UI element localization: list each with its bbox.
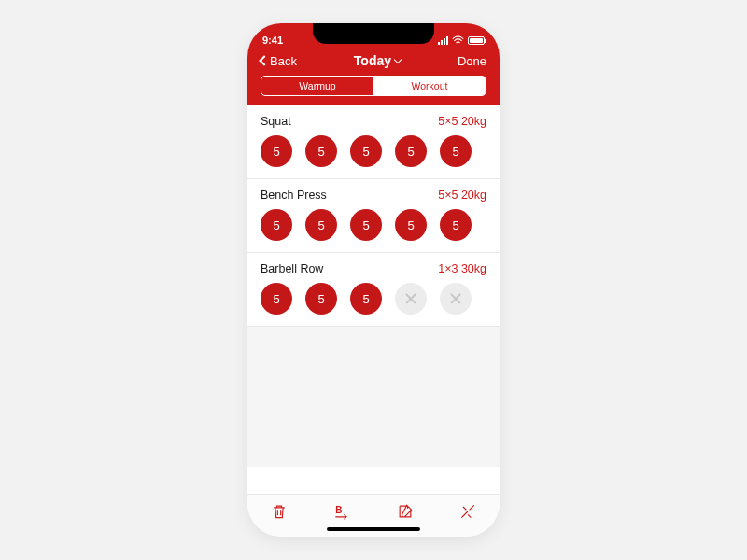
set-button[interactable]: 5: [350, 283, 382, 315]
segment-workout[interactable]: Workout: [374, 77, 486, 95]
set-button[interactable]: 5: [305, 283, 337, 315]
exercise-name: Barbell Row: [261, 262, 323, 275]
trash-icon: [270, 502, 289, 521]
signal-icon: [438, 36, 448, 45]
set-row: 55555: [261, 135, 486, 167]
set-button[interactable]: 5: [395, 135, 427, 167]
trash-button[interactable]: [269, 501, 289, 522]
exercise-meta[interactable]: 5×5 20kg: [438, 189, 486, 202]
exercise-card: Squat5×5 20kg55555: [247, 105, 500, 179]
set-button[interactable]: 5: [440, 135, 472, 167]
chevron-down-icon: [394, 56, 402, 63]
title-dropdown[interactable]: Today: [354, 53, 401, 68]
swap-button[interactable]: B: [331, 501, 352, 522]
exercise-name: Squat: [261, 115, 291, 128]
set-button[interactable]: 5: [261, 209, 292, 241]
segment-warmup[interactable]: Warmup: [261, 77, 374, 95]
set-button[interactable]: 5: [395, 209, 427, 241]
set-button[interactable]: 5: [305, 135, 337, 167]
tools-button[interactable]: [458, 501, 478, 522]
tools-icon: [458, 502, 477, 521]
set-button-skipped[interactable]: [440, 283, 472, 315]
set-button[interactable]: 5: [261, 283, 292, 315]
title-label: Today: [354, 53, 391, 68]
exercise-card: Barbell Row1×3 30kg555: [247, 253, 500, 327]
set-button[interactable]: 5: [350, 135, 382, 167]
set-row: 555: [261, 283, 486, 315]
device-notch: [313, 23, 434, 44]
swap-icon: B: [332, 502, 351, 521]
wifi-icon: [452, 35, 464, 45]
set-button-skipped[interactable]: [395, 283, 427, 315]
exercise-meta[interactable]: 5×5 20kg: [438, 115, 486, 128]
segment-control: Warmup Workout: [261, 76, 486, 96]
set-button[interactable]: 5: [261, 135, 292, 167]
exercise-list: Squat5×5 20kg55555Bench Press5×5 20kg555…: [247, 105, 500, 327]
set-row: 55555: [261, 209, 486, 241]
status-time: 9:41: [262, 35, 283, 46]
back-button[interactable]: Back: [261, 54, 297, 68]
empty-area: [247, 327, 500, 467]
done-label: Done: [458, 54, 486, 68]
exercise-name: Bench Press: [261, 189, 327, 202]
done-button[interactable]: Done: [458, 54, 486, 68]
battery-icon: [468, 36, 485, 45]
exercise-meta[interactable]: 1×3 30kg: [438, 262, 486, 275]
chevron-left-icon: [259, 55, 269, 65]
edit-icon: [396, 502, 415, 521]
back-label: Back: [270, 54, 297, 68]
phone-frame: 9:41 Back Today Done: [247, 23, 500, 537]
home-indicator: [327, 527, 420, 531]
set-button[interactable]: 5: [305, 209, 337, 241]
exercise-card: Bench Press5×5 20kg55555: [247, 179, 500, 253]
edit-button[interactable]: [395, 501, 416, 522]
set-button[interactable]: 5: [440, 209, 472, 241]
svg-text:B: B: [336, 504, 343, 514]
set-button[interactable]: 5: [350, 209, 382, 241]
